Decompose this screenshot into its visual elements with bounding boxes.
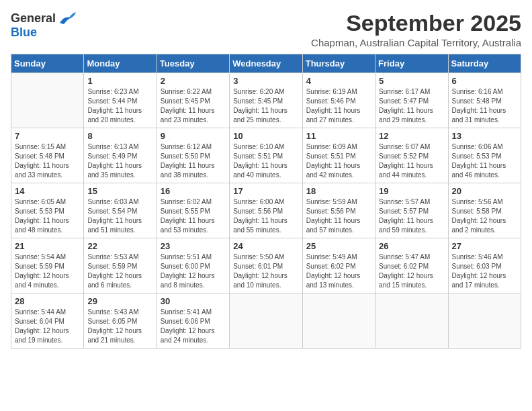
calendar-cell: 2Sunrise: 6:22 AM Sunset: 5:45 PM Daylig… bbox=[157, 73, 229, 128]
day-number: 23 bbox=[161, 241, 226, 251]
calendar-cell: 3Sunrise: 6:20 AM Sunset: 5:45 PM Daylig… bbox=[230, 73, 302, 128]
day-info: Sunrise: 5:47 AM Sunset: 6:02 PM Dayligh… bbox=[379, 253, 444, 290]
day-info: Sunrise: 6:13 AM Sunset: 5:49 PM Dayligh… bbox=[87, 142, 152, 180]
day-info: Sunrise: 5:43 AM Sunset: 6:05 PM Dayligh… bbox=[87, 308, 152, 345]
day-number: 30 bbox=[161, 296, 226, 306]
calendar-table: SundayMondayTuesdayWednesdayThursdayFrid… bbox=[11, 54, 521, 349]
day-info: Sunrise: 5:54 AM Sunset: 5:59 PM Dayligh… bbox=[15, 253, 80, 290]
calendar-cell: 19Sunrise: 5:57 AM Sunset: 5:57 PM Dayli… bbox=[375, 183, 448, 238]
calendar-header-row: SundayMondayTuesdayWednesdayThursdayFrid… bbox=[11, 54, 521, 73]
day-info: Sunrise: 6:10 AM Sunset: 5:51 PM Dayligh… bbox=[233, 142, 298, 180]
col-header-thursday: Thursday bbox=[302, 54, 375, 73]
day-info: Sunrise: 6:23 AM Sunset: 5:44 PM Dayligh… bbox=[87, 87, 152, 125]
day-info: Sunrise: 5:44 AM Sunset: 6:04 PM Dayligh… bbox=[15, 308, 80, 345]
month-title: September 2025 bbox=[311, 11, 521, 36]
day-info: Sunrise: 6:15 AM Sunset: 5:48 PM Dayligh… bbox=[15, 142, 80, 180]
title-area: September 2025 Chapman, Australian Capit… bbox=[311, 11, 521, 48]
day-info: Sunrise: 5:57 AM Sunset: 5:57 PM Dayligh… bbox=[379, 197, 444, 235]
calendar-cell: 4Sunrise: 6:19 AM Sunset: 5:46 PM Daylig… bbox=[302, 73, 375, 128]
calendar-cell bbox=[375, 293, 448, 349]
day-number: 4 bbox=[306, 76, 371, 86]
day-number: 24 bbox=[233, 241, 298, 251]
calendar-cell: 30Sunrise: 5:41 AM Sunset: 6:06 PM Dayli… bbox=[157, 293, 229, 349]
calendar-cell: 5Sunrise: 6:17 AM Sunset: 5:47 PM Daylig… bbox=[375, 73, 448, 128]
day-info: Sunrise: 5:56 AM Sunset: 5:58 PM Dayligh… bbox=[452, 197, 517, 235]
calendar-cell: 23Sunrise: 5:51 AM Sunset: 6:00 PM Dayli… bbox=[157, 238, 229, 293]
calendar-cell bbox=[448, 293, 521, 349]
calendar-cell: 6Sunrise: 6:16 AM Sunset: 5:48 PM Daylig… bbox=[448, 73, 521, 128]
day-number: 18 bbox=[306, 186, 371, 196]
day-info: Sunrise: 5:41 AM Sunset: 6:06 PM Dayligh… bbox=[161, 308, 226, 345]
calendar-cell: 24Sunrise: 5:50 AM Sunset: 6:01 PM Dayli… bbox=[230, 238, 302, 293]
col-header-saturday: Saturday bbox=[448, 54, 521, 73]
day-number: 3 bbox=[233, 76, 298, 86]
col-header-sunday: Sunday bbox=[11, 54, 84, 73]
day-info: Sunrise: 5:50 AM Sunset: 6:01 PM Dayligh… bbox=[233, 253, 298, 290]
day-info: Sunrise: 6:07 AM Sunset: 5:52 PM Dayligh… bbox=[379, 142, 444, 180]
day-info: Sunrise: 5:59 AM Sunset: 5:56 PM Dayligh… bbox=[306, 197, 371, 235]
logo-bird-icon bbox=[57, 11, 76, 26]
day-number: 13 bbox=[452, 131, 517, 141]
day-number: 22 bbox=[87, 241, 152, 251]
day-number: 27 bbox=[452, 241, 517, 251]
calendar-cell: 29Sunrise: 5:43 AM Sunset: 6:05 PM Dayli… bbox=[84, 293, 157, 349]
day-info: Sunrise: 5:53 AM Sunset: 5:59 PM Dayligh… bbox=[87, 253, 152, 290]
day-number: 8 bbox=[87, 131, 152, 141]
calendar-cell: 26Sunrise: 5:47 AM Sunset: 6:02 PM Dayli… bbox=[375, 238, 448, 293]
calendar-cell bbox=[11, 73, 84, 128]
calendar-cell bbox=[302, 293, 375, 349]
day-number: 7 bbox=[15, 131, 80, 141]
calendar-cell: 18Sunrise: 5:59 AM Sunset: 5:56 PM Dayli… bbox=[302, 183, 375, 238]
col-header-tuesday: Tuesday bbox=[157, 54, 229, 73]
day-info: Sunrise: 5:49 AM Sunset: 6:02 PM Dayligh… bbox=[306, 253, 371, 290]
calendar-week-row: 21Sunrise: 5:54 AM Sunset: 5:59 PM Dayli… bbox=[11, 238, 521, 293]
day-number: 25 bbox=[306, 241, 371, 251]
day-info: Sunrise: 5:51 AM Sunset: 6:00 PM Dayligh… bbox=[161, 253, 226, 290]
logo-general-text: General bbox=[11, 11, 56, 26]
calendar-cell: 20Sunrise: 5:56 AM Sunset: 5:58 PM Dayli… bbox=[448, 183, 521, 238]
calendar-cell bbox=[230, 293, 302, 349]
day-number: 29 bbox=[87, 296, 152, 306]
day-number: 21 bbox=[15, 241, 80, 251]
day-number: 28 bbox=[15, 296, 80, 306]
page-header: General Blue September 2025 Chapman, Aus… bbox=[11, 11, 521, 48]
day-number: 14 bbox=[15, 186, 80, 196]
day-info: Sunrise: 6:05 AM Sunset: 5:53 PM Dayligh… bbox=[15, 197, 80, 235]
calendar-week-row: 7Sunrise: 6:15 AM Sunset: 5:48 PM Daylig… bbox=[11, 128, 521, 183]
logo: General Blue bbox=[11, 11, 76, 40]
calendar-cell: 8Sunrise: 6:13 AM Sunset: 5:49 PM Daylig… bbox=[84, 128, 157, 183]
day-info: Sunrise: 6:03 AM Sunset: 5:54 PM Dayligh… bbox=[87, 197, 152, 235]
day-number: 16 bbox=[161, 186, 226, 196]
calendar-cell: 1Sunrise: 6:23 AM Sunset: 5:44 PM Daylig… bbox=[84, 73, 157, 128]
day-number: 6 bbox=[452, 76, 517, 86]
day-number: 20 bbox=[452, 186, 517, 196]
day-info: Sunrise: 6:20 AM Sunset: 5:45 PM Dayligh… bbox=[233, 87, 298, 125]
day-info: Sunrise: 6:17 AM Sunset: 5:47 PM Dayligh… bbox=[379, 87, 444, 125]
day-info: Sunrise: 6:09 AM Sunset: 5:51 PM Dayligh… bbox=[306, 142, 371, 180]
day-info: Sunrise: 6:16 AM Sunset: 5:48 PM Dayligh… bbox=[452, 87, 517, 125]
day-number: 17 bbox=[233, 186, 298, 196]
col-header-monday: Monday bbox=[84, 54, 157, 73]
day-number: 10 bbox=[233, 131, 298, 141]
calendar-cell: 27Sunrise: 5:46 AM Sunset: 6:03 PM Dayli… bbox=[448, 238, 521, 293]
calendar-cell: 28Sunrise: 5:44 AM Sunset: 6:04 PM Dayli… bbox=[11, 293, 84, 349]
calendar-week-row: 28Sunrise: 5:44 AM Sunset: 6:04 PM Dayli… bbox=[11, 293, 521, 349]
day-number: 9 bbox=[161, 131, 226, 141]
day-number: 26 bbox=[379, 241, 444, 251]
calendar-cell: 12Sunrise: 6:07 AM Sunset: 5:52 PM Dayli… bbox=[375, 128, 448, 183]
calendar-week-row: 14Sunrise: 6:05 AM Sunset: 5:53 PM Dayli… bbox=[11, 183, 521, 238]
day-info: Sunrise: 6:00 AM Sunset: 5:56 PM Dayligh… bbox=[233, 197, 298, 235]
calendar-cell: 17Sunrise: 6:00 AM Sunset: 5:56 PM Dayli… bbox=[230, 183, 302, 238]
calendar-cell: 11Sunrise: 6:09 AM Sunset: 5:51 PM Dayli… bbox=[302, 128, 375, 183]
day-number: 12 bbox=[379, 131, 444, 141]
calendar-week-row: 1Sunrise: 6:23 AM Sunset: 5:44 PM Daylig… bbox=[11, 73, 521, 128]
day-number: 2 bbox=[161, 76, 226, 86]
day-number: 1 bbox=[87, 76, 152, 86]
col-header-friday: Friday bbox=[375, 54, 448, 73]
logo-blue-text: Blue bbox=[11, 26, 37, 40]
day-info: Sunrise: 6:06 AM Sunset: 5:53 PM Dayligh… bbox=[452, 142, 517, 180]
calendar-cell: 14Sunrise: 6:05 AM Sunset: 5:53 PM Dayli… bbox=[11, 183, 84, 238]
calendar-cell: 9Sunrise: 6:12 AM Sunset: 5:50 PM Daylig… bbox=[157, 128, 229, 183]
day-number: 11 bbox=[306, 131, 371, 141]
calendar-cell: 16Sunrise: 6:02 AM Sunset: 5:55 PM Dayli… bbox=[157, 183, 229, 238]
